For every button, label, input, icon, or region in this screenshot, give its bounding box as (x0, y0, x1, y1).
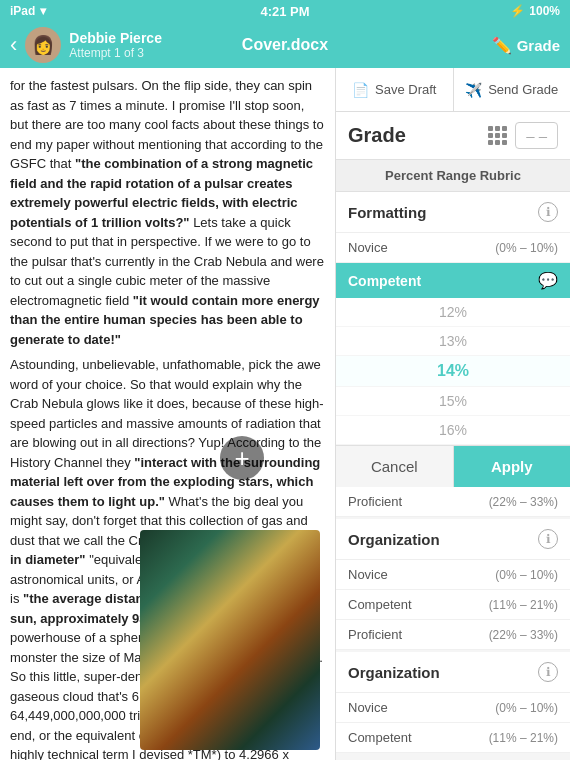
save-draft-label: Save Draft (375, 82, 436, 97)
grade-title: Grade (348, 124, 406, 147)
competent-header[interactable]: Competent 💬 (336, 263, 570, 298)
carrier-label: iPad (10, 4, 35, 18)
org2-novice-label: Novice (348, 700, 495, 715)
criterion-organization-1-name: Organization (348, 531, 440, 548)
wifi-icon: ▾ (40, 4, 46, 18)
user-name: Debbie Pierce (69, 30, 162, 47)
org1-novice-row[interactable]: Novice (0% – 10%) (336, 560, 570, 590)
criterion-organization-2-name: Organization (348, 664, 440, 681)
org2-novice-range: (0% – 10%) (495, 701, 558, 715)
nebula-image (140, 530, 320, 750)
chevron-left-icon: ‹ (10, 32, 17, 58)
battery-label: 100% (529, 4, 560, 18)
avatar: 👩 (25, 27, 61, 63)
right-panel: 📄 Save Draft ✈️ Send Grade Grade – – (335, 68, 570, 760)
criterion-formatting-header: Formatting ℹ (336, 192, 570, 233)
org2-competent-label: Competent (348, 730, 489, 745)
save-draft-button[interactable]: 📄 Save Draft (336, 68, 454, 111)
formatting-proficient-row[interactable]: Proficient (22% – 33%) (336, 487, 570, 517)
cancel-button[interactable]: Cancel (336, 446, 454, 487)
grid-icon[interactable] (488, 126, 507, 145)
document-title: Cover.docx (242, 36, 328, 54)
organization-2-info-icon[interactable]: ℹ (538, 662, 558, 682)
competent-label: Competent (348, 273, 421, 289)
criterion-organization-2-header: Organization ℹ (336, 652, 570, 693)
org2-competent-range: (11% – 21%) (489, 731, 558, 745)
status-bar: iPad ▾ 4:21 PM ⚡ 100% (0, 0, 570, 22)
send-grade-button[interactable]: ✈️ Send Grade (454, 68, 571, 111)
percent-14[interactable]: 14% (336, 356, 570, 387)
formatting-competent-section: Competent 💬 12% 13% 14% 15% 16% Cancel A… (336, 263, 570, 487)
org2-novice-row[interactable]: Novice (0% – 10%) (336, 693, 570, 723)
back-button[interactable]: ‹ (10, 32, 17, 58)
formatting-proficient-range: (22% – 33%) (489, 495, 558, 509)
org1-proficient-label: Proficient (348, 627, 489, 642)
org1-proficient-row[interactable]: Proficient (22% – 33%) (336, 620, 570, 650)
user-info: 👩 Debbie Pierce Attempt 1 of 3 (25, 27, 162, 63)
criterion-formatting: Formatting ℹ Novice (0% – 10%) Competent… (336, 192, 570, 517)
grade-button[interactable]: ✏️ Grade (492, 36, 560, 55)
criterion-organization-1-header: Organization ℹ (336, 519, 570, 560)
apply-button[interactable]: Apply (454, 446, 571, 487)
competent-action-row: Cancel Apply (336, 445, 570, 487)
organization-1-info-icon[interactable]: ℹ (538, 529, 558, 549)
save-icon: 📄 (352, 82, 369, 98)
nav-bar: ‹ 👩 Debbie Pierce Attempt 1 of 3 Cover.d… (0, 22, 570, 68)
send-grade-label: Send Grade (488, 82, 558, 97)
percent-12[interactable]: 12% (336, 298, 570, 327)
action-bar: 📄 Save Draft ✈️ Send Grade (336, 68, 570, 112)
formatting-novice-range: (0% – 10%) (495, 241, 558, 255)
org1-competent-range: (11% – 21%) (489, 598, 558, 612)
org1-novice-label: Novice (348, 567, 495, 582)
org2-competent-row[interactable]: Competent (11% – 21%) (336, 723, 570, 753)
org1-competent-label: Competent (348, 597, 489, 612)
percent-list: 12% 13% 14% 15% 16% (336, 298, 570, 445)
send-icon: ✈️ (465, 82, 482, 98)
criterion-formatting-name: Formatting (348, 204, 426, 221)
org1-novice-range: (0% – 10%) (495, 568, 558, 582)
time-label: 4:21 PM (260, 4, 309, 19)
formatting-novice-row[interactable]: Novice (0% – 10%) (336, 233, 570, 263)
add-media-button[interactable]: + (220, 436, 264, 480)
criterion-organization-1: Organization ℹ Novice (0% – 10%) Compete… (336, 519, 570, 650)
grade-button-label: Grade (517, 37, 560, 54)
formatting-proficient-label: Proficient (348, 494, 489, 509)
formatting-novice-label: Novice (348, 240, 495, 255)
criterion-organization-2: Organization ℹ Novice (0% – 10%) Compete… (336, 652, 570, 753)
org1-proficient-range: (22% – 33%) (489, 628, 558, 642)
score-display[interactable]: – – (515, 122, 558, 149)
percent-15[interactable]: 15% (336, 387, 570, 416)
rubric-panel: Percent Range Rubric Formatting ℹ Novice… (336, 160, 570, 760)
grade-header: Grade – – (336, 112, 570, 160)
formatting-info-icon[interactable]: ℹ (538, 202, 558, 222)
attempt-label: Attempt 1 of 3 (69, 46, 162, 60)
doc-text-3: Astounding, unbelievable, unfathomable, … (10, 357, 324, 470)
percent-16[interactable]: 16% (336, 416, 570, 445)
org1-competent-row[interactable]: Competent (11% – 21%) (336, 590, 570, 620)
rubric-title: Percent Range Rubric (336, 160, 570, 192)
percent-13[interactable]: 13% (336, 327, 570, 356)
battery-icon: ⚡ (510, 4, 525, 18)
document-area: for the fastest pulsars. On the flip sid… (0, 68, 335, 760)
main-area: for the fastest pulsars. On the flip sid… (0, 68, 570, 760)
comment-icon[interactable]: 💬 (538, 271, 558, 290)
pencil-icon: ✏️ (492, 36, 512, 55)
